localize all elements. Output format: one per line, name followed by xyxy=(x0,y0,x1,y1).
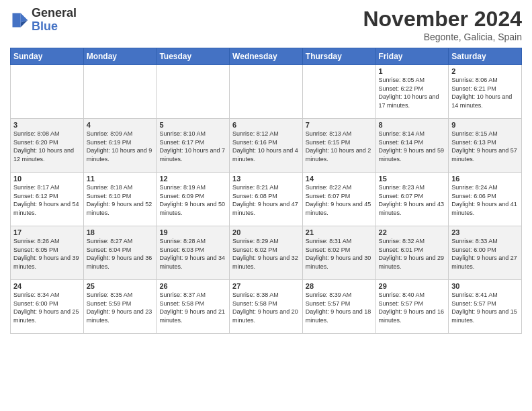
logo-text: General Blue xyxy=(32,7,77,34)
day-cell: 22Sunrise: 8:32 AM Sunset: 6:01 PM Dayli… xyxy=(375,226,449,280)
day-cell: 13Sunrise: 8:21 AM Sunset: 6:08 PM Dayli… xyxy=(230,173,303,226)
day-cell: 10Sunrise: 8:17 AM Sunset: 6:12 PM Dayli… xyxy=(11,173,84,226)
calendar-table: SundayMondayTuesdayWednesdayThursdayFrid… xyxy=(10,48,522,334)
day-cell: 6Sunrise: 8:12 AM Sunset: 6:16 PM Daylig… xyxy=(230,119,303,173)
day-number: 13 xyxy=(232,175,300,183)
day-info: Sunrise: 8:09 AM Sunset: 6:19 PM Dayligh… xyxy=(87,130,154,163)
col-header-sunday: Sunday xyxy=(11,48,84,65)
day-number: 5 xyxy=(159,121,226,129)
col-header-wednesday: Wednesday xyxy=(230,48,303,65)
logo-line1: General xyxy=(32,6,77,19)
day-number: 22 xyxy=(379,228,446,236)
day-cell: 26Sunrise: 8:37 AM Sunset: 5:58 PM Dayli… xyxy=(157,280,230,334)
col-header-thursday: Thursday xyxy=(302,48,375,65)
day-cell: 15Sunrise: 8:23 AM Sunset: 6:07 PM Dayli… xyxy=(375,173,449,226)
svg-rect-2 xyxy=(13,13,21,27)
day-cell: 21Sunrise: 8:31 AM Sunset: 6:02 PM Dayli… xyxy=(302,226,375,280)
day-number: 4 xyxy=(87,121,154,129)
day-cell: 24Sunrise: 8:34 AM Sunset: 6:00 PM Dayli… xyxy=(11,280,84,334)
day-info: Sunrise: 8:13 AM Sunset: 6:15 PM Dayligh… xyxy=(306,130,373,163)
day-cell xyxy=(11,65,84,119)
day-info: Sunrise: 8:31 AM Sunset: 6:02 PM Dayligh… xyxy=(306,237,373,271)
day-number: 19 xyxy=(159,228,226,236)
day-info: Sunrise: 8:12 AM Sunset: 6:16 PM Dayligh… xyxy=(232,130,300,163)
month-title: November 2024 xyxy=(363,7,522,32)
day-info: Sunrise: 8:34 AM Sunset: 6:00 PM Dayligh… xyxy=(13,291,81,324)
day-number: 6 xyxy=(232,121,300,129)
day-cell xyxy=(83,65,157,119)
logo-icon xyxy=(10,11,29,30)
col-header-saturday: Saturday xyxy=(449,48,522,65)
day-info: Sunrise: 8:18 AM Sunset: 6:10 PM Dayligh… xyxy=(87,183,154,217)
week-row-1: 1Sunrise: 8:05 AM Sunset: 6:22 PM Daylig… xyxy=(11,65,522,119)
day-number: 16 xyxy=(451,175,519,183)
day-number: 24 xyxy=(13,282,81,290)
day-cell: 5Sunrise: 8:10 AM Sunset: 6:17 PM Daylig… xyxy=(157,119,230,173)
day-cell: 19Sunrise: 8:28 AM Sunset: 6:03 PM Dayli… xyxy=(157,226,230,280)
logo-line2: Blue xyxy=(32,19,58,33)
day-info: Sunrise: 8:06 AM Sunset: 6:21 PM Dayligh… xyxy=(451,76,519,109)
page-container: General Blue November 2024 Begonte, Gali… xyxy=(0,0,532,340)
day-number: 18 xyxy=(87,228,154,236)
day-number: 1 xyxy=(379,67,446,75)
day-info: Sunrise: 8:39 AM Sunset: 5:57 PM Dayligh… xyxy=(306,291,373,324)
day-number: 15 xyxy=(379,175,446,183)
day-number: 17 xyxy=(13,228,81,236)
day-cell: 27Sunrise: 8:38 AM Sunset: 5:58 PM Dayli… xyxy=(230,280,303,334)
day-cell: 7Sunrise: 8:13 AM Sunset: 6:15 PM Daylig… xyxy=(302,119,375,173)
day-info: Sunrise: 8:21 AM Sunset: 6:08 PM Dayligh… xyxy=(232,183,300,217)
day-number: 14 xyxy=(306,175,373,183)
day-number: 27 xyxy=(232,282,300,290)
day-number: 23 xyxy=(451,228,519,236)
day-cell: 14Sunrise: 8:22 AM Sunset: 6:07 PM Dayli… xyxy=(302,173,375,226)
day-number: 26 xyxy=(159,282,226,290)
day-info: Sunrise: 8:05 AM Sunset: 6:22 PM Dayligh… xyxy=(379,76,446,109)
day-cell: 9Sunrise: 8:15 AM Sunset: 6:13 PM Daylig… xyxy=(449,119,522,173)
day-cell: 3Sunrise: 8:08 AM Sunset: 6:20 PM Daylig… xyxy=(11,119,84,173)
day-number: 30 xyxy=(451,282,519,290)
col-header-tuesday: Tuesday xyxy=(157,48,230,65)
day-info: Sunrise: 8:27 AM Sunset: 6:04 PM Dayligh… xyxy=(87,237,154,271)
title-block: November 2024 Begonte, Galicia, Spain xyxy=(363,7,522,42)
day-number: 29 xyxy=(379,282,446,290)
day-cell: 2Sunrise: 8:06 AM Sunset: 6:21 PM Daylig… xyxy=(449,65,522,119)
day-cell: 20Sunrise: 8:29 AM Sunset: 6:02 PM Dayli… xyxy=(230,226,303,280)
day-info: Sunrise: 8:29 AM Sunset: 6:02 PM Dayligh… xyxy=(232,237,300,271)
day-cell: 25Sunrise: 8:35 AM Sunset: 5:59 PM Dayli… xyxy=(83,280,157,334)
day-info: Sunrise: 8:15 AM Sunset: 6:13 PM Dayligh… xyxy=(451,130,519,163)
day-number: 28 xyxy=(306,282,373,290)
col-header-monday: Monday xyxy=(83,48,157,65)
week-row-3: 10Sunrise: 8:17 AM Sunset: 6:12 PM Dayli… xyxy=(11,173,522,226)
week-row-4: 17Sunrise: 8:26 AM Sunset: 6:05 PM Dayli… xyxy=(11,226,522,280)
day-number: 2 xyxy=(451,67,519,75)
day-cell: 30Sunrise: 8:41 AM Sunset: 5:57 PM Dayli… xyxy=(449,280,522,334)
day-info: Sunrise: 8:08 AM Sunset: 6:20 PM Dayligh… xyxy=(13,130,81,163)
day-cell: 17Sunrise: 8:26 AM Sunset: 6:05 PM Dayli… xyxy=(11,226,84,280)
day-info: Sunrise: 8:26 AM Sunset: 6:05 PM Dayligh… xyxy=(13,237,81,271)
day-number: 11 xyxy=(87,175,154,183)
day-cell: 4Sunrise: 8:09 AM Sunset: 6:19 PM Daylig… xyxy=(83,119,157,173)
day-cell: 16Sunrise: 8:24 AM Sunset: 6:06 PM Dayli… xyxy=(449,173,522,226)
day-info: Sunrise: 8:14 AM Sunset: 6:14 PM Dayligh… xyxy=(379,130,446,163)
day-info: Sunrise: 8:32 AM Sunset: 6:01 PM Dayligh… xyxy=(379,237,446,271)
day-info: Sunrise: 8:28 AM Sunset: 6:03 PM Dayligh… xyxy=(159,237,226,271)
day-number: 7 xyxy=(306,121,373,129)
day-number: 9 xyxy=(451,121,519,129)
col-header-friday: Friday xyxy=(375,48,449,65)
logo: General Blue xyxy=(10,7,77,34)
week-row-5: 24Sunrise: 8:34 AM Sunset: 6:00 PM Dayli… xyxy=(11,280,522,334)
day-number: 3 xyxy=(13,121,81,129)
day-info: Sunrise: 8:33 AM Sunset: 6:00 PM Dayligh… xyxy=(451,237,519,271)
day-cell: 12Sunrise: 8:19 AM Sunset: 6:09 PM Dayli… xyxy=(157,173,230,226)
day-cell xyxy=(302,65,375,119)
header: General Blue November 2024 Begonte, Gali… xyxy=(10,7,522,42)
day-cell: 28Sunrise: 8:39 AM Sunset: 5:57 PM Dayli… xyxy=(302,280,375,334)
day-cell: 11Sunrise: 8:18 AM Sunset: 6:10 PM Dayli… xyxy=(83,173,157,226)
day-info: Sunrise: 8:19 AM Sunset: 6:09 PM Dayligh… xyxy=(159,183,226,217)
day-number: 12 xyxy=(159,175,226,183)
day-number: 20 xyxy=(232,228,300,236)
day-cell: 18Sunrise: 8:27 AM Sunset: 6:04 PM Dayli… xyxy=(83,226,157,280)
day-info: Sunrise: 8:38 AM Sunset: 5:58 PM Dayligh… xyxy=(232,291,300,324)
day-cell: 29Sunrise: 8:40 AM Sunset: 5:57 PM Dayli… xyxy=(375,280,449,334)
day-info: Sunrise: 8:35 AM Sunset: 5:59 PM Dayligh… xyxy=(87,291,154,324)
